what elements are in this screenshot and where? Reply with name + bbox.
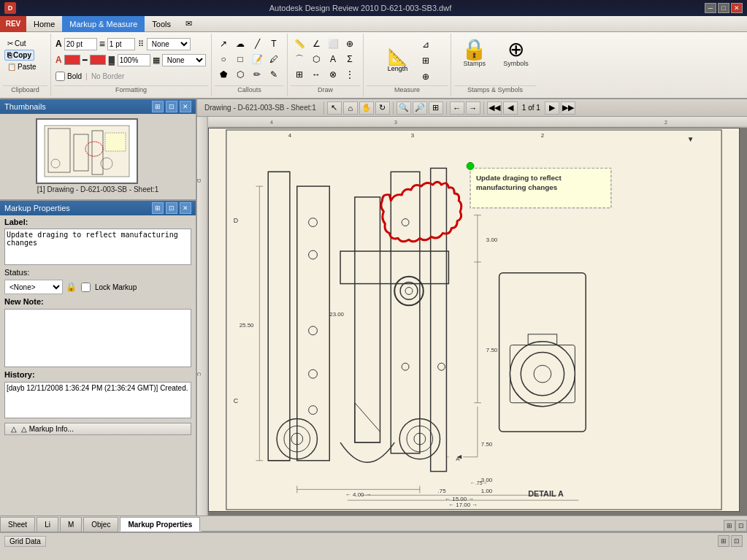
thumbnail-icon2[interactable]: ⊡ [166,101,177,112]
grid-data-label: Grid Data [9,537,41,545]
close-button[interactable]: ✕ [731,3,743,13]
pattern-dropdown[interactable]: None [147,38,191,50]
callout-arrow-icon[interactable]: ↗ [216,37,231,51]
callout-shape4-icon[interactable]: ✎ [267,67,281,82]
status-icon2[interactable]: ⊡ [731,535,743,547]
tab-m[interactable]: M [60,517,82,532]
zoom-fit-tool[interactable]: ⊞ [429,101,443,115]
paste-button[interactable]: 📋 Paste [4,61,39,72]
pan-tool[interactable]: ✋ [359,101,374,115]
bold-checkbox[interactable] [55,72,65,81]
draw-extra-icon[interactable]: ⋮ [342,67,357,82]
tab-icon2[interactable]: ⊡ [735,520,747,532]
callout-shape2-icon[interactable]: ⬡ [233,67,248,82]
stamps-button[interactable]: 🔒 Stamps [456,37,492,70]
drawing-label: Drawing - D-621-003-SB - Sheet:1 [200,104,321,112]
measure-icon1[interactable]: ⊿ [418,37,433,52]
prev-btn[interactable]: ◀ [503,101,518,115]
menu-tools[interactable]: Tools [145,16,178,32]
next-btn[interactable]: ▶ [545,101,559,115]
svg-text:D: D [197,179,202,183]
callout-text-icon[interactable]: T [267,37,281,51]
callout-shape1-icon[interactable]: ⬟ [216,67,231,82]
note-textarea[interactable] [4,309,191,367]
symbols-button[interactable]: ⊕ Symbols [498,37,534,70]
font-color-swatch[interactable] [64,55,80,65]
lock-checkbox[interactable] [81,283,91,292]
minimize-button[interactable]: ─ [705,3,716,13]
tab-sheet[interactable]: Sheet [0,517,35,532]
callouts-label: Callouts [215,85,284,95]
draw-area-icon[interactable]: ⬜ [326,37,340,51]
line-color-swatch[interactable] [90,55,106,65]
ribbon-group-stamps-symbols: 🔒 Stamps ⊕ Symbols Stamps & Symbols [451,34,539,96]
callout-circle-icon[interactable]: ○ [216,52,231,66]
draw-snap-icon[interactable]: ⊞ [292,67,307,82]
svg-text:25.50: 25.50 [240,322,254,329]
measure-icon2[interactable]: ⊞ [418,53,433,68]
zoom-out-tool[interactable]: 🔎 [413,101,427,115]
thumbnails-title: Thumbnails [4,102,46,111]
draw-symbol-icon[interactable]: Σ [342,52,357,66]
fill-dropdown[interactable]: None [162,54,206,66]
callout-line-icon[interactable]: ╱ [250,37,264,51]
draw-ref-icon[interactable]: ⊗ [326,67,340,82]
tab-objec[interactable]: Objec [83,517,118,532]
zoom-in-tool[interactable]: 🔍 [397,101,411,115]
markup-info-button[interactable]: △ △ Markup Info... [4,423,191,435]
draw-angle-icon[interactable]: ∠ [309,37,323,51]
draw-polygon-icon[interactable]: ⬡ [309,52,323,66]
callout-note-icon[interactable]: 📝 [250,52,264,66]
forward-nav[interactable]: → [466,101,480,115]
markup-icon1[interactable]: ⊞ [152,202,164,214]
back-nav[interactable]: ← [450,101,464,115]
thumbnail-close-btn[interactable]: ✕ [180,101,191,112]
callout-cloud-icon[interactable]: ☁ [233,37,248,51]
draw-dim-icon[interactable]: ↔ [309,67,323,82]
color-font-icon: A [55,55,62,65]
svg-text:← 17.00 →: ← 17.00 → [448,502,478,508]
line-weight-input[interactable] [107,38,135,50]
status-select[interactable]: <None> [4,280,63,294]
restore-button[interactable]: □ [718,3,729,13]
tab-markup-properties[interactable]: Markup Properties [120,517,200,532]
tab-li[interactable]: Li [37,517,58,532]
length-button[interactable]: 📐 Length [381,46,415,75]
label-textarea[interactable]: Update draging to reflect manufacturing … [4,229,191,265]
draw-text-icon[interactable]: A [326,52,340,66]
menu-home[interactable]: Home [26,16,62,32]
menu-markup-measure[interactable]: Markup & Measure [62,16,145,32]
drawing-canvas[interactable]: 4 3 2 ▼ D C [197,117,747,515]
next-page[interactable]: ▶▶ [561,101,575,115]
measure-icon3[interactable]: ⊕ [418,69,433,84]
line-weight-icon: ≡ [99,38,105,50]
measure-label: Measure [367,85,448,95]
tab-icon1[interactable]: ⊞ [724,520,735,532]
select-tool[interactable]: ↖ [327,101,342,115]
draw-measure-icon[interactable]: 📏 [292,37,307,51]
markup-close-btn[interactable]: ✕ [180,202,191,214]
font-size-input[interactable] [64,38,97,50]
markup-icon2[interactable]: ⊡ [166,202,177,214]
new-note-heading: New Note: [0,296,196,307]
callout-highlight-icon[interactable]: 🖊 [267,52,281,66]
draw-point-icon[interactable]: ⊕ [342,37,357,51]
cut-button[interactable]: ✂ Cut [4,38,29,49]
thumbnail-icon1[interactable]: ⊞ [152,101,164,112]
copy-button[interactable]: ⎘ Copy [4,50,34,61]
svg-text:3: 3 [411,132,415,139]
opacity-input[interactable] [118,54,150,66]
prev-page[interactable]: ◀◀ [487,101,502,115]
thumbnail-image[interactable] [36,118,138,184]
callout-shape3-icon[interactable]: ✏ [250,67,264,82]
clipboard-label: Clipboard [3,85,47,95]
orbit-tool[interactable]: ↻ [375,101,390,115]
left-panel: Thumbnails ⊞ ⊡ ✕ [0,99,197,515]
font-icon: A [55,39,62,49]
home-tool[interactable]: ⌂ [343,101,358,115]
callout-rect-icon[interactable]: □ [233,52,248,66]
grid-data-btn[interactable]: Grid Data [4,536,46,547]
draw-curve-icon[interactable]: ⌒ [292,52,307,66]
menu-email[interactable]: ✉ [178,16,199,32]
status-icon1[interactable]: ⊞ [718,535,729,547]
